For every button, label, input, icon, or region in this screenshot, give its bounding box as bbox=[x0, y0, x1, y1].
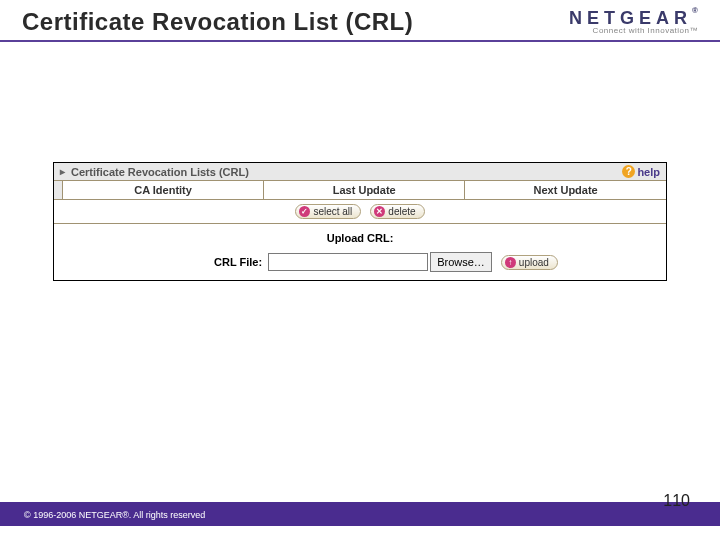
brand-registered: ® bbox=[692, 6, 698, 15]
upload-row: CRL File: Browse… ↑ upload bbox=[54, 248, 666, 280]
page-title: Certificate Revocation List (CRL) bbox=[22, 8, 413, 36]
slide-header: Certificate Revocation List (CRL) NETGEA… bbox=[0, 0, 720, 42]
help-icon: ? bbox=[622, 165, 635, 178]
brand-name: NETGEAR® bbox=[569, 9, 698, 27]
col-checkbox bbox=[54, 181, 63, 200]
check-icon: ✓ bbox=[299, 206, 310, 217]
delete-icon: ✕ bbox=[374, 206, 385, 217]
delete-label: delete bbox=[388, 206, 415, 217]
crl-file-input[interactable] bbox=[268, 253, 428, 271]
upload-section-title: Upload CRL: bbox=[54, 224, 666, 248]
table-action-row: ✓ select all ✕ delete bbox=[54, 200, 666, 224]
delete-button[interactable]: ✕ delete bbox=[370, 204, 424, 219]
upload-section: Upload CRL: CRL File: Browse… ↑ upload bbox=[54, 224, 666, 280]
crl-panel: ▸ Certificate Revocation Lists (CRL) ? h… bbox=[53, 162, 667, 281]
copyright-text: © 1996-2006 NETGEAR®. All rights reserve… bbox=[24, 510, 205, 520]
col-last-update: Last Update bbox=[264, 181, 465, 200]
col-ca-identity: CA Identity bbox=[63, 181, 264, 200]
panel-titlebar: ▸ Certificate Revocation Lists (CRL) ? h… bbox=[54, 163, 666, 181]
panel-titlebar-left: ▸ Certificate Revocation Lists (CRL) bbox=[60, 166, 249, 178]
col-next-update: Next Update bbox=[465, 181, 666, 200]
upload-label: upload bbox=[519, 257, 549, 268]
file-input-group: Browse… bbox=[268, 252, 492, 272]
page-number: 110 bbox=[663, 492, 690, 510]
help-label: help bbox=[637, 166, 660, 178]
brand-name-text: NETGEAR bbox=[569, 8, 692, 28]
brand-block: NETGEAR® Connect with Innovation™ bbox=[569, 9, 698, 35]
table-header-row: CA Identity Last Update Next Update bbox=[54, 181, 666, 200]
help-link[interactable]: ? help bbox=[622, 165, 660, 178]
crl-panel-wrap: ▸ Certificate Revocation Lists (CRL) ? h… bbox=[53, 162, 667, 281]
disclosure-icon[interactable]: ▸ bbox=[60, 166, 65, 177]
brand-tagline: Connect with Innovation™ bbox=[569, 27, 698, 35]
upload-icon: ↑ bbox=[505, 257, 516, 268]
panel-title-text: Certificate Revocation Lists (CRL) bbox=[71, 166, 249, 178]
browse-button[interactable]: Browse… bbox=[430, 252, 492, 272]
crl-file-label: CRL File: bbox=[82, 256, 262, 268]
select-all-button[interactable]: ✓ select all bbox=[295, 204, 361, 219]
upload-button[interactable]: ↑ upload bbox=[501, 255, 558, 270]
crl-table: CA Identity Last Update Next Update ✓ se… bbox=[54, 181, 666, 224]
select-all-label: select all bbox=[313, 206, 352, 217]
